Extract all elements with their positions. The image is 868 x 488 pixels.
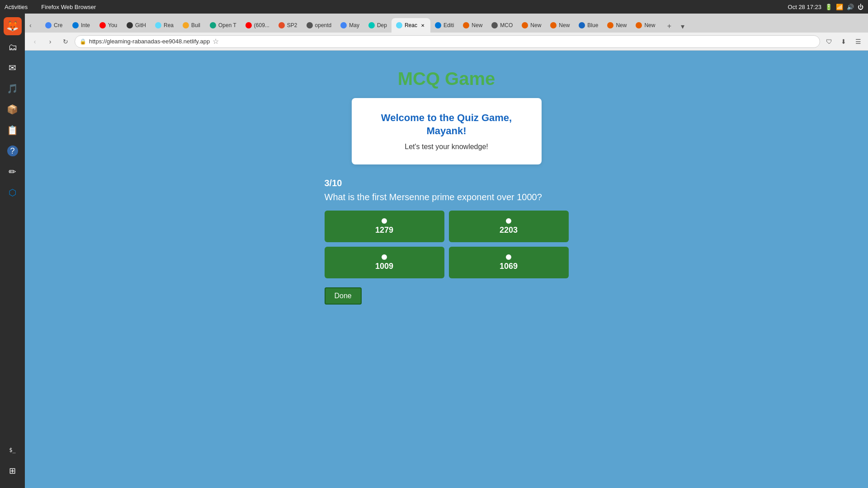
tab-back[interactable]: ‹ bbox=[27, 18, 41, 33]
download-button[interactable]: ⬇ bbox=[837, 35, 850, 48]
tab-label-bui: Buil bbox=[191, 22, 200, 28]
sidebar-icon-software[interactable]: 📦 bbox=[4, 100, 22, 118]
tab-you[interactable]: You bbox=[95, 18, 122, 33]
tab-favicon-reac bbox=[396, 22, 402, 28]
sidebar-icon-notes[interactable]: 📋 bbox=[4, 121, 22, 139]
answer-value-d: 1069 bbox=[500, 262, 518, 271]
tab-list-button[interactable]: ▾ bbox=[676, 20, 689, 33]
tab-favicon-you bbox=[99, 22, 106, 28]
tab-favicon-new2 bbox=[522, 22, 528, 28]
shield-button[interactable]: 🛡 bbox=[823, 35, 835, 48]
tab-favicon-new3 bbox=[550, 22, 557, 28]
tab-open[interactable]: Open T bbox=[205, 18, 241, 33]
answer-btn-a[interactable]: 1279 bbox=[325, 211, 444, 242]
tab-label-new5: New bbox=[644, 22, 655, 28]
answer-btn-d[interactable]: 1069 bbox=[449, 247, 569, 278]
tab-label-you: You bbox=[108, 22, 117, 28]
tab-label-new3: New bbox=[559, 22, 570, 28]
tab-favicon-new4 bbox=[607, 22, 613, 28]
new-tab-button[interactable]: + bbox=[663, 20, 675, 33]
os-topbar-right: Oct 28 17:23 🔋 📶 🔊 ⏻ bbox=[788, 4, 863, 10]
activities-button[interactable]: Activities bbox=[5, 4, 28, 10]
nav-bar-right: 🛡 ⬇ ☰ bbox=[823, 35, 864, 48]
tab-label-mco: MCO bbox=[500, 22, 513, 28]
tab-git[interactable]: GitH bbox=[122, 18, 151, 33]
question-text: What is the first Mersenne prime exponen… bbox=[325, 192, 569, 202]
sidebar-icon-vscode[interactable]: ⬡ bbox=[4, 183, 22, 202]
url-text: https://gleaming-rabanadas-ee9048.netlif… bbox=[89, 38, 210, 45]
sidebar-icon-files[interactable]: 🗂 bbox=[4, 38, 22, 56]
appgrid-icon: ⊞ bbox=[9, 466, 16, 476]
tab-favicon-mco bbox=[491, 22, 498, 28]
tab-new1[interactable]: New bbox=[458, 18, 487, 33]
tab-new5[interactable]: New bbox=[631, 18, 660, 33]
tab-bui[interactable]: Buil bbox=[178, 18, 205, 33]
tab-new2[interactable]: New bbox=[517, 18, 546, 33]
back-button[interactable]: ‹ bbox=[28, 35, 41, 48]
tab-dep[interactable]: Dep bbox=[364, 18, 392, 33]
tab-label-edi: Editi bbox=[443, 22, 454, 28]
tab-new3[interactable]: New bbox=[546, 18, 574, 33]
tab-edi[interactable]: Editi bbox=[430, 18, 458, 33]
tab-blu[interactable]: Blue bbox=[574, 18, 603, 33]
tab-mco[interactable]: MCO bbox=[487, 18, 517, 33]
tab-favicon-sp2 bbox=[278, 22, 285, 28]
sidebar-icon-terminal[interactable]: $_ bbox=[4, 441, 22, 459]
terminal-icon: $_ bbox=[9, 447, 15, 453]
answer-radio-c bbox=[382, 254, 387, 260]
tab-int[interactable]: Inte bbox=[68, 18, 95, 33]
tab-label-cre: Cre bbox=[54, 22, 62, 28]
address-bar-right: ☆ bbox=[212, 37, 219, 46]
nav-bar: ‹ › ↻ 🔒 https://gleaming-rabanadas-ee904… bbox=[25, 33, 868, 51]
sidebar-icon-appgrid[interactable]: ⊞ bbox=[4, 462, 22, 480]
back-tab-arrow[interactable]: ‹ bbox=[29, 22, 32, 29]
vscode-icon: ⬡ bbox=[9, 187, 16, 198]
menu-button[interactable]: ☰ bbox=[852, 35, 864, 48]
tab-favicon-rea bbox=[155, 22, 161, 28]
sidebar-icon-help[interactable]: ? bbox=[4, 142, 22, 160]
address-bar[interactable]: 🔒 https://gleaming-rabanadas-ee9048.netl… bbox=[75, 35, 820, 48]
tab-close-reac[interactable]: ✕ bbox=[420, 22, 426, 28]
software-icon: 📦 bbox=[7, 104, 18, 115]
tab-label-vid: (609... bbox=[254, 22, 269, 28]
answer-btn-b[interactable]: 2203 bbox=[449, 211, 569, 242]
network-icon: 📶 bbox=[836, 4, 843, 10]
tab-favicon-new5 bbox=[636, 22, 642, 28]
tab-label-git: GitH bbox=[135, 22, 146, 28]
tab-reac[interactable]: Reac ✕ bbox=[392, 18, 430, 33]
tab-sp2[interactable]: SP2 bbox=[274, 18, 302, 33]
browser-name: Firefox Web Browser bbox=[41, 4, 96, 10]
tab-new4[interactable]: New bbox=[603, 18, 631, 33]
sidebar-icon-mail[interactable]: ✉ bbox=[4, 59, 22, 77]
sidebar-icon-firefox[interactable]: 🦊 bbox=[4, 17, 22, 35]
tab-favicon-edi bbox=[435, 22, 441, 28]
answer-value-b: 2203 bbox=[500, 225, 518, 235]
done-button[interactable]: Done bbox=[325, 287, 362, 305]
tab-label-dep: Dep bbox=[377, 22, 387, 28]
mail-icon: ✉ bbox=[9, 62, 16, 73]
tab-label-open: Open T bbox=[218, 22, 236, 28]
tab-label-new4: New bbox=[616, 22, 627, 28]
bookmark-star-icon[interactable]: ☆ bbox=[212, 37, 219, 46]
tab-favicon-new1 bbox=[463, 22, 469, 28]
tab-rea[interactable]: Rea bbox=[151, 18, 178, 33]
tab-may[interactable]: May bbox=[336, 18, 364, 33]
help-icon: ? bbox=[7, 145, 18, 156]
tab-favicon-vid bbox=[245, 22, 252, 28]
answer-radio-a bbox=[382, 218, 387, 224]
reload-button[interactable]: ↻ bbox=[59, 35, 72, 48]
tab-label-opd: opentd bbox=[315, 22, 332, 28]
tab-favicon-bui bbox=[183, 22, 189, 28]
tab-favicon-int bbox=[72, 22, 79, 28]
sidebar-icon-editor[interactable]: ✏ bbox=[4, 163, 22, 181]
sidebar-icon-music[interactable]: 🎵 bbox=[4, 80, 22, 98]
forward-button[interactable]: › bbox=[44, 35, 57, 48]
tab-cre[interactable]: Cre bbox=[41, 18, 68, 33]
tab-opd[interactable]: opentd bbox=[302, 18, 336, 33]
answers-grid: 1279 2203 1009 1069 bbox=[325, 211, 569, 278]
welcome-card: Welcome to the Quiz Game, Mayank! Let's … bbox=[352, 98, 542, 164]
tab-vid[interactable]: (609... bbox=[241, 18, 274, 33]
answer-btn-c[interactable]: 1009 bbox=[325, 247, 444, 278]
tab-bar: ‹ Cre Inte You GitH Rea Buil Open T bbox=[25, 14, 868, 33]
os-topbar-left: Activities Firefox Web Browser bbox=[5, 4, 96, 10]
